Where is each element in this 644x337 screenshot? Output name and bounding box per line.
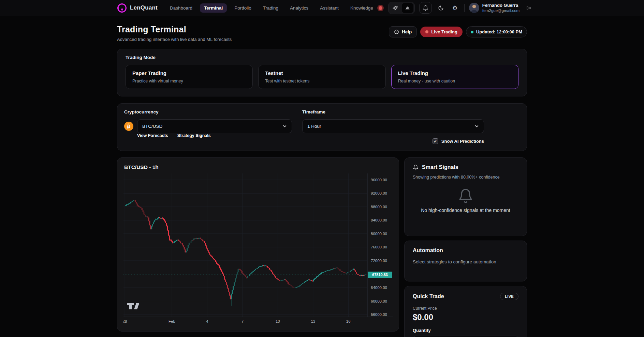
- svg-text:80000.00: 80000.00: [371, 232, 387, 236]
- nav-item-analytics[interactable]: Analytics: [286, 3, 312, 13]
- automation-card: Automation Select strategies to configur…: [404, 241, 527, 281]
- help-circle-icon: [394, 29, 399, 34]
- main-nav: Dashboard Terminal Portfolio Trading Ana…: [166, 3, 377, 13]
- svg-text:92000.00: 92000.00: [371, 191, 387, 195]
- recording-indicator: [377, 5, 384, 11]
- automation-title: Automation: [413, 247, 518, 254]
- automation-desc: Select strategies to configure automatio…: [413, 259, 518, 264]
- page-title: Trading Terminal: [117, 25, 232, 34]
- updated-badge: Updated: 12:00:00 PM: [466, 26, 527, 37]
- nav-item-assistant[interactable]: Assistant: [316, 3, 343, 13]
- bar-chart-icon[interactable]: [402, 3, 413, 13]
- signals-empty-text: No high-confidence signals at the moment: [421, 208, 510, 213]
- quick-trade-title: Quick Trade: [413, 293, 444, 300]
- price-chart-card: BTC/USD - 1h 96000.0092000.0088000.00840…: [117, 157, 399, 332]
- svg-text:88000.00: 88000.00: [371, 205, 387, 209]
- nav-item-knowledge[interactable]: Knowledge: [346, 3, 377, 13]
- logout-icon[interactable]: [524, 3, 533, 13]
- live-trading-badge: Live Trading: [420, 27, 463, 37]
- chevron-down-icon: [282, 124, 287, 128]
- updated-dot: [471, 31, 473, 33]
- show-predictions-checkbox[interactable]: ✓: [433, 138, 438, 144]
- chevron-down-icon: [474, 124, 479, 128]
- svg-text:76000.00: 76000.00: [371, 245, 387, 249]
- cryptocurrency-label: Cryptocurrency: [124, 109, 292, 114]
- strategy-signals-link[interactable]: Strategy Signals: [177, 133, 211, 138]
- sparkles-icon[interactable]: [390, 3, 401, 13]
- live-pill-badge: LIVE: [500, 293, 518, 300]
- view-forecasts-link[interactable]: View Forecasts: [137, 133, 168, 138]
- nav-item-terminal[interactable]: Terminal: [200, 3, 227, 13]
- user-menu[interactable]: Fernando Guerra fern2gue@gmail.com: [469, 3, 519, 13]
- avatar: [469, 3, 479, 13]
- smart-signals-title: Smart Signals: [422, 164, 458, 170]
- mode-option-live-trading[interactable]: Live Trading Real money - use with cauti…: [391, 65, 518, 89]
- page-subtitle: Advanced trading interface with live dat…: [117, 37, 232, 42]
- trading-mode-card: Trading Mode Paper Trading Practice with…: [117, 49, 527, 96]
- show-ai-predictions-toggle[interactable]: ✓ Show AI Predictions: [433, 138, 484, 144]
- svg-text:10: 10: [276, 319, 280, 323]
- svg-text:28: 28: [123, 319, 127, 323]
- candlestick-chart[interactable]: 96000.0092000.0088000.0084000.0080000.00…: [123, 173, 393, 325]
- svg-text:64000.00: 64000.00: [371, 286, 387, 290]
- help-button[interactable]: Help: [389, 26, 417, 37]
- top-navbar: LenQuant Dashboard Terminal Portfolio Tr…: [0, 0, 644, 16]
- user-name: Fernando Guerra: [482, 3, 519, 8]
- bell-empty-icon: [458, 188, 473, 204]
- svg-text:56000.00: 56000.00: [371, 312, 387, 317]
- chart-title: BTC/USD - 1h: [124, 164, 393, 170]
- brand-name: LenQuant: [130, 4, 158, 11]
- signals-subtitle: Showing predictions with 80.00%+ confide…: [413, 175, 518, 180]
- quantity-input[interactable]: [413, 336, 518, 337]
- quick-trade-card: Quick Trade LIVE Current Price $0.00 Qua…: [404, 286, 527, 337]
- bell-icon: [413, 165, 419, 170]
- svg-text:60000.00: 60000.00: [371, 299, 387, 303]
- live-dot: [425, 30, 428, 33]
- notifications-bell-icon[interactable]: [419, 2, 432, 14]
- settings-gear-icon[interactable]: ⚙: [450, 3, 460, 13]
- svg-text:13: 13: [311, 319, 315, 323]
- view-switcher: [388, 2, 415, 14]
- nav-item-portfolio[interactable]: Portfolio: [230, 3, 255, 13]
- smart-signals-card: Smart Signals Showing predictions with 8…: [404, 157, 527, 236]
- nav-divider: [464, 4, 465, 12]
- nav-item-dashboard[interactable]: Dashboard: [166, 3, 196, 13]
- svg-text:Feb: Feb: [169, 319, 175, 323]
- svg-text:4: 4: [206, 319, 208, 323]
- trading-mode-label: Trading Mode: [126, 55, 518, 60]
- svg-text:96000.00: 96000.00: [371, 178, 387, 182]
- theme-moon-icon[interactable]: [436, 3, 446, 13]
- market-selection-card: Cryptocurrency B BTC/USD: [117, 103, 527, 151]
- current-price-label: Current Price: [413, 306, 518, 311]
- svg-text:7: 7: [241, 319, 244, 323]
- current-price-value: $0.00: [413, 312, 518, 322]
- mode-option-paper-trading[interactable]: Paper Trading Practice with virtual mone…: [126, 65, 253, 89]
- user-email: fern2gue@gmail.com: [482, 8, 519, 13]
- timeframe-select[interactable]: 1 Hour: [302, 119, 484, 133]
- svg-text:16: 16: [346, 319, 351, 323]
- timeframe-label: Timeframe: [302, 109, 484, 114]
- brand[interactable]: LenQuant: [117, 3, 158, 13]
- svg-text:72000.00: 72000.00: [371, 259, 387, 263]
- bitcoin-icon: B: [124, 122, 133, 131]
- svg-text:67810.83: 67810.83: [372, 273, 388, 277]
- mode-option-testnet[interactable]: Testnet Test with testnet tokens: [258, 65, 385, 89]
- quantity-label: Quantity: [413, 328, 518, 333]
- svg-text:84000.00: 84000.00: [371, 218, 387, 222]
- pair-select[interactable]: BTC/USD: [137, 119, 292, 133]
- lenquant-logo-icon: [117, 3, 127, 13]
- nav-item-trading[interactable]: Trading: [259, 3, 282, 13]
